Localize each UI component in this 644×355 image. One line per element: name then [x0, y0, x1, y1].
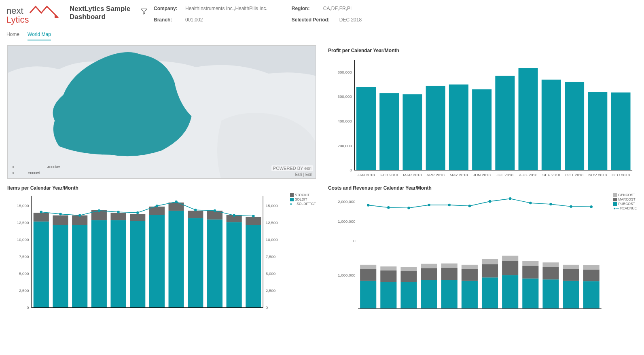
chart-items[interactable]: 002,5002,5005,0005,0007,5007,50010,00010… — [7, 192, 316, 309]
svg-text:SEP 2018: SEP 2018 — [542, 173, 560, 177]
svg-point-155 — [549, 203, 552, 206]
svg-rect-114 — [441, 280, 458, 309]
svg-rect-26 — [565, 82, 584, 170]
svg-rect-18 — [472, 89, 491, 170]
svg-point-86 — [117, 211, 120, 213]
svg-rect-22 — [519, 68, 538, 170]
svg-rect-119 — [462, 269, 478, 281]
svg-rect-16 — [449, 85, 468, 170]
chart-title-costs: Costs and Revenue per Calendar Year/Mont… — [328, 185, 637, 191]
svg-text:Lytics: Lytics — [6, 15, 29, 25]
svg-point-83 — [59, 213, 62, 216]
svg-text:400,000: 400,000 — [337, 119, 352, 123]
map-attribution: Esri | Esri — [295, 172, 312, 177]
svg-point-84 — [78, 214, 81, 217]
svg-point-82 — [40, 211, 43, 213]
svg-rect-134 — [542, 279, 559, 309]
filter-period[interactable]: Selected Period: DEC 2018 — [292, 17, 362, 23]
svg-text:0: 0 — [266, 305, 268, 309]
svg-point-89 — [175, 201, 178, 203]
svg-text:2,500: 2,500 — [19, 288, 29, 293]
panel-costs: Costs and Revenue per Calendar Year/Mont… — [328, 183, 637, 304]
svg-text:AUG 2018: AUG 2018 — [519, 173, 538, 177]
svg-text:7,500: 7,500 — [19, 254, 29, 259]
svg-rect-123 — [482, 264, 498, 277]
svg-rect-53 — [72, 216, 87, 225]
chart-title-items: Items per Calendar Year/Month — [7, 185, 316, 191]
svg-rect-144 — [583, 265, 600, 270]
svg-rect-111 — [421, 268, 437, 280]
svg-rect-122 — [482, 277, 498, 309]
chart-profit[interactable]: 0200,000400,000600,000800,000JAN 2018FEB… — [328, 55, 637, 184]
svg-rect-99 — [360, 269, 376, 281]
svg-text:7,500: 7,500 — [266, 254, 276, 259]
chart-costs[interactable]: 01,000,0002,000,0001,000,000JAN 2…FEB 2…… — [328, 192, 637, 309]
filter-icon[interactable] — [141, 5, 147, 16]
svg-rect-55 — [91, 220, 107, 307]
svg-text:MAY 2018: MAY 2018 — [449, 173, 468, 177]
svg-rect-49 — [53, 225, 68, 308]
filter-branch[interactable]: Branch: 001,002 — [154, 17, 267, 23]
svg-text:600,000: 600,000 — [337, 95, 352, 99]
svg-text:5,000: 5,000 — [19, 271, 29, 276]
svg-point-147 — [387, 206, 390, 209]
svg-rect-107 — [400, 271, 417, 282]
svg-point-148 — [407, 207, 410, 209]
svg-rect-116 — [441, 264, 458, 268]
svg-point-154 — [529, 202, 532, 205]
legend-costs: GENCOST MARCOST PURCOST ●—REVENUE — [613, 192, 637, 211]
svg-text:OCT 2018: OCT 2018 — [566, 173, 584, 177]
svg-text:JUN 2018: JUN 2018 — [473, 173, 491, 177]
svg-point-90 — [194, 209, 197, 211]
svg-rect-80 — [246, 217, 261, 225]
filter-region[interactable]: Region: CA,DE,FR,PL — [292, 6, 362, 11]
svg-rect-104 — [380, 266, 396, 270]
svg-rect-71 — [188, 211, 203, 218]
tab-bar: Home World Map — [0, 27, 644, 40]
svg-text:MAR 2018: MAR 2018 — [403, 173, 422, 177]
svg-text:15,000: 15,000 — [17, 203, 29, 208]
svg-rect-58 — [110, 220, 126, 307]
svg-text:0: 0 — [353, 239, 356, 243]
svg-rect-10 — [379, 93, 399, 170]
svg-rect-47 — [34, 213, 49, 222]
svg-point-91 — [214, 209, 216, 212]
svg-point-152 — [489, 200, 491, 203]
svg-rect-108 — [400, 267, 417, 271]
svg-rect-73 — [207, 220, 222, 308]
svg-text:200,000: 200,000 — [337, 144, 352, 148]
svg-point-92 — [233, 214, 235, 217]
tab-home[interactable]: Home — [6, 29, 19, 40]
svg-point-151 — [468, 205, 471, 207]
filter-company[interactable]: Company: HealthInstruments Inc.,HealthPi… — [154, 6, 267, 11]
svg-rect-68 — [169, 203, 184, 211]
svg-rect-138 — [563, 281, 579, 309]
header: next Lytics NextLytics Sample Dashboard … — [0, 0, 644, 27]
svg-rect-61 — [130, 221, 145, 308]
svg-point-156 — [570, 205, 572, 208]
svg-text:APR 2018: APR 2018 — [426, 173, 445, 177]
svg-rect-46 — [34, 222, 49, 308]
world-map[interactable]: 04000km 02000mi POWERED BY esri Esri | E… — [7, 45, 316, 179]
svg-rect-20 — [495, 76, 515, 170]
svg-text:DEC 2018: DEC 2018 — [612, 173, 630, 177]
svg-rect-67 — [169, 211, 184, 308]
svg-text:15,000: 15,000 — [266, 203, 278, 208]
svg-rect-8 — [356, 87, 376, 170]
svg-text:NOV 2018: NOV 2018 — [588, 173, 607, 177]
svg-point-87 — [136, 211, 139, 214]
svg-text:12,500: 12,500 — [17, 220, 29, 225]
map-scale: 04000km 02000mi — [12, 163, 60, 175]
svg-point-150 — [448, 204, 451, 207]
svg-rect-130 — [522, 279, 538, 309]
svg-point-85 — [98, 209, 101, 212]
svg-rect-100 — [360, 265, 376, 269]
svg-rect-70 — [188, 218, 203, 307]
svg-text:10,000: 10,000 — [266, 237, 278, 242]
tab-worldmap[interactable]: World Map — [28, 29, 51, 40]
svg-rect-12 — [402, 94, 422, 170]
svg-rect-98 — [360, 281, 376, 309]
svg-rect-110 — [421, 280, 437, 309]
page-title: NextLytics Sample Dashboard — [70, 5, 134, 21]
svg-rect-120 — [462, 265, 478, 269]
